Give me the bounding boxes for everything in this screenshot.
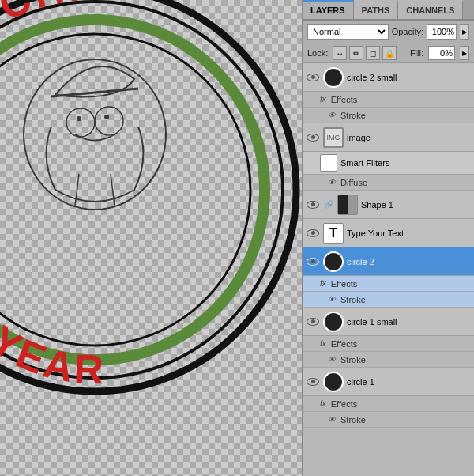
blend-opacity-row: Normal Opacity: ▶	[303, 21, 474, 43]
layer-circle1[interactable]: circle 1	[303, 368, 474, 396]
svg-text:NEW YEAR: NEW YEAR	[0, 237, 107, 392]
name-circle1small: circle 1 small	[347, 317, 471, 327]
fx-icon: fx	[320, 95, 326, 104]
name-circle2small: circle 2 small	[347, 73, 471, 82]
effects-label-c1s: Effects	[331, 339, 357, 349]
stroke-circle1[interactable]: 👁 Stroke	[303, 412, 474, 428]
effects-circle1[interactable]: fx Effects	[303, 396, 474, 412]
lock-fill-row: Lock: ↔ ✏ ◻ 🔒 Fill: ▶	[303, 43, 474, 63]
effects-circle2small[interactable]: fx Effects	[303, 92, 474, 108]
effects-circle2[interactable]: fx Effects	[303, 276, 474, 292]
svg-point-11	[104, 115, 109, 119]
svg-point-15	[66, 108, 95, 137]
eye-shape1[interactable]	[306, 198, 320, 212]
name-typeyourtext: Type Your Text	[347, 229, 471, 238]
canvas-area: MERRY CHR NEW YEAR ❄ ❄ ★	[0, 0, 302, 476]
thumb-typeyourtext: T	[323, 223, 344, 244]
layer-item-white-smartfilter: Smart Filters	[303, 152, 474, 175]
stroke-label-c1: Stroke	[340, 415, 366, 425]
stroke-circle2[interactable]: 👁 Stroke	[303, 292, 474, 308]
layers-panel: LAYERS PATHS CHANNELS Normal Opacity: ▶ …	[302, 0, 474, 476]
layer-circle2small[interactable]: circle 2 small	[303, 63, 474, 92]
stroke-circle1small[interactable]: 👁 Stroke	[303, 352, 474, 368]
effects-circle1small[interactable]: fx Effects	[303, 336, 474, 352]
lock-transparency-btn[interactable]: ◻	[366, 46, 380, 60]
svg-line-14	[51, 89, 138, 96]
fill-arrow[interactable]: ▶	[460, 46, 469, 60]
eye-stroke1: 👁	[328, 111, 336, 119]
thumb-shape1	[337, 195, 358, 215]
stroke-label-1: Stroke	[340, 111, 366, 120]
tab-paths[interactable]: PATHS	[354, 0, 399, 19]
eye-typeyourtext[interactable]	[306, 226, 320, 240]
svg-point-10	[77, 116, 81, 121]
fx-icon-c1s: fx	[320, 339, 326, 348]
svg-point-3	[0, 34, 250, 346]
diffuse-row[interactable]: 👁 Diffuse	[303, 175, 474, 191]
panel-tabs: LAYERS PATHS CHANNELS	[303, 0, 474, 21]
eye-circle2[interactable]	[306, 255, 320, 269]
eye-circle2small[interactable]	[306, 70, 320, 85]
thumb-image: IMG	[323, 127, 344, 148]
svg-point-16	[95, 107, 123, 135]
lock-position-btn[interactable]: ↔	[333, 46, 347, 60]
layer-shape1[interactable]: 🔗 Shape 1	[303, 191, 474, 219]
svg-point-9	[24, 59, 166, 210]
thumb-circle2	[323, 251, 344, 272]
layer-image[interactable]: IMG image	[303, 123, 474, 152]
opacity-arrow[interactable]: ▶	[460, 24, 469, 40]
blend-mode-select[interactable]: Normal	[307, 24, 389, 40]
layer-typeyourtext[interactable]: T Type Your Text	[303, 219, 474, 247]
eye-stroke-c1s: 👁	[328, 355, 336, 364]
name-circle2: circle 2	[347, 257, 471, 266]
effects-label: Effects	[331, 95, 357, 104]
fx-icon-c1: fx	[320, 399, 326, 408]
svg-line-13	[111, 174, 115, 206]
thumb-circle1small	[323, 312, 344, 332]
stroke-label-c2: Stroke	[340, 295, 366, 304]
lock-paint-btn[interactable]: ✏	[349, 46, 363, 60]
lock-all-btn[interactable]: 🔒	[382, 46, 397, 60]
eye-stroke-c2: 👁	[328, 295, 336, 304]
effects-label-c1: Effects	[331, 399, 357, 409]
layer-circle2[interactable]: circle 2	[303, 247, 474, 276]
name-smartfilters: Smart Filters	[340, 158, 471, 168]
svg-line-12	[75, 174, 79, 206]
thumb-smartfilter	[320, 154, 337, 172]
lock-label: Lock:	[307, 48, 328, 58]
lock-icons-group: ↔ ✏ ◻ 🔒	[333, 46, 397, 60]
tab-channels[interactable]: CHANNELS	[398, 0, 463, 19]
fill-input[interactable]	[428, 46, 455, 60]
eye-diffuse: 👁	[328, 178, 336, 187]
eye-stroke-c1: 👁	[328, 415, 336, 424]
thumb-circle2small	[323, 67, 344, 88]
thumb-circle1	[323, 372, 344, 392]
fx-icon-c2: fx	[320, 279, 326, 288]
layer-circle1small[interactable]: circle 1 small	[303, 308, 474, 336]
chain-shape1: 🔗	[323, 199, 334, 210]
stamp-svg: MERRY CHR NEW YEAR ❄ ❄ ★	[0, 0, 302, 427]
stroke-circle2small[interactable]: 👁 Stroke	[303, 108, 474, 123]
effects-label-c2: Effects	[331, 279, 357, 289]
eye-circle1[interactable]	[306, 375, 320, 389]
svg-point-0	[0, 0, 296, 391]
fill-label: Fill:	[410, 48, 423, 58]
stroke-label-c1s: Stroke	[340, 355, 366, 365]
name-image: image	[347, 133, 471, 142]
svg-point-1	[0, 2, 283, 378]
layers-list[interactable]: circle 2 small fx Effects 👁 Stroke IMG i…	[303, 63, 474, 476]
name-circle1: circle 1	[347, 377, 471, 387]
tab-layers[interactable]: LAYERS	[303, 0, 354, 19]
stamp-preview: MERRY CHR NEW YEAR ❄ ❄ ★	[0, 0, 302, 427]
eye-image[interactable]	[306, 130, 320, 145]
diffuse-label: Diffuse	[340, 178, 367, 187]
opacity-input[interactable]	[427, 24, 457, 40]
eye-circle1small[interactable]	[306, 315, 320, 329]
opacity-label: Opacity:	[392, 27, 423, 36]
name-shape1: Shape 1	[361, 200, 471, 210]
